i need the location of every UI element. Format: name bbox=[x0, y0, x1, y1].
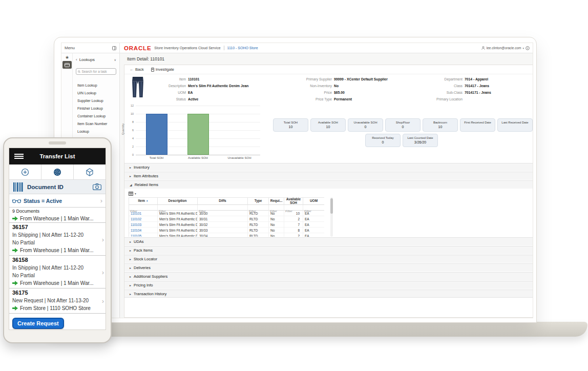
chevron-right-icon: ▸ bbox=[130, 175, 131, 178]
sidebar-item-uin-lookup[interactable]: UIN Lookup bbox=[73, 89, 119, 97]
oracle-logo: ORACLE bbox=[124, 45, 151, 51]
item-link[interactable]: 110101 bbox=[129, 211, 158, 216]
filter-cell-item[interactable] bbox=[129, 205, 158, 211]
col-header-type[interactable]: Type bbox=[248, 198, 269, 205]
add-document-button[interactable] bbox=[9, 164, 41, 179]
accordion-stock-locator[interactable]: ▸Stock Locator bbox=[124, 255, 533, 263]
item-link[interactable]: 110104 bbox=[129, 228, 158, 233]
description-value: Men's Slim Fit Authentic Denim Jean bbox=[188, 84, 248, 88]
table-grid-icon[interactable] bbox=[129, 192, 133, 196]
tasks-tile-icon[interactable] bbox=[62, 61, 72, 69]
item-link[interactable]: 110103 bbox=[129, 222, 158, 228]
status-value: Active bbox=[188, 97, 198, 101]
pin-panel-icon[interactable] bbox=[112, 46, 116, 50]
stat-first-received-date: First Received Date bbox=[460, 118, 495, 132]
table-toolbar: ▾ bbox=[129, 190, 136, 197]
back-button[interactable]: ← Back bbox=[130, 67, 144, 72]
accordion-pricing-info[interactable]: ▸Pricing Info bbox=[124, 281, 533, 289]
filter-cell-required[interactable] bbox=[269, 205, 284, 211]
filter-cell-type[interactable] bbox=[248, 205, 269, 211]
status-filter-row[interactable]: Status = Active › bbox=[9, 194, 106, 208]
col-header-uom[interactable]: UOM bbox=[303, 198, 324, 205]
list-item-partial-from[interactable]: From Warehouse | 1 Main War... bbox=[9, 215, 106, 223]
col-header-item[interactable]: Item▲ bbox=[129, 198, 158, 205]
filter-cell-description[interactable] bbox=[158, 205, 198, 211]
col-header-available-soh[interactable]: Available SOH bbox=[284, 198, 303, 205]
sub-class-value: 7014171 - Jeans bbox=[465, 91, 491, 94]
sidebar-item-item-lookup[interactable]: Item Lookup bbox=[73, 81, 119, 89]
store-link[interactable]: 1110 - SOHO Store bbox=[227, 46, 258, 50]
accordion-udas[interactable]: ▸UDAs bbox=[124, 237, 533, 245]
chevron-down-icon[interactable]: ▾ bbox=[135, 192, 136, 195]
package-button[interactable] bbox=[74, 164, 106, 179]
accordion-deliveries[interactable]: ▸Deliveries bbox=[124, 263, 533, 272]
back-arrow-icon: ← bbox=[130, 67, 134, 72]
document-row-36157[interactable]: 36157 In Shipping | Not After 11-12-20 N… bbox=[9, 223, 106, 256]
user-email[interactable]: lee.clinton@oracle.com bbox=[487, 46, 521, 50]
class-value: 701417 - Jeans bbox=[465, 84, 489, 88]
barcode-icon bbox=[13, 182, 25, 192]
info-icon[interactable] bbox=[526, 46, 530, 50]
sidebar-item-container-lookup[interactable]: Container Lookup bbox=[73, 112, 119, 120]
col-header-required[interactable]: Requi... bbox=[269, 198, 284, 205]
desktop-screen: Menu ORACLE Store Inventory Operations C… bbox=[61, 43, 533, 318]
lookups-panel-title: Lookups bbox=[79, 57, 114, 62]
chevron-right-icon: › bbox=[102, 235, 104, 243]
bar-available-soh bbox=[187, 114, 209, 155]
menu-label: Menu bbox=[65, 46, 75, 50]
chevron-down-icon[interactable]: ▾ bbox=[522, 47, 524, 50]
chevron-right-icon: ▸ bbox=[130, 293, 131, 296]
document-row-36158[interactable]: 36158 In Shipping | Not After 11-12-20 N… bbox=[9, 256, 106, 288]
col-header-description[interactable]: Description bbox=[158, 198, 198, 205]
hamburger-menu-icon[interactable] bbox=[14, 153, 24, 160]
price-type-value: Permanent bbox=[334, 97, 352, 101]
scrollbar-thumb[interactable] bbox=[330, 198, 333, 214]
stat-total-soh: Total SOH10 bbox=[273, 118, 308, 132]
sidebar-item-supplier-lookup[interactable]: Supplier Lookup bbox=[73, 97, 119, 105]
filter-cell-diffs[interactable] bbox=[198, 205, 248, 211]
table-scrollbar[interactable] bbox=[330, 197, 333, 237]
lookups-panel-header[interactable]: ‹ Lookups ∨ bbox=[73, 54, 119, 65]
search-input[interactable] bbox=[81, 70, 114, 73]
chevron-right-icon: ▸ bbox=[130, 258, 131, 261]
plus-circle-icon bbox=[21, 168, 29, 176]
task-search-box[interactable] bbox=[76, 68, 116, 75]
document-id: 36158 bbox=[12, 256, 98, 264]
sidebar-item-item-scan-number-lookup[interactable]: Item Scan Number Lookup bbox=[73, 120, 119, 128]
favorites-star-icon[interactable]: ★ bbox=[61, 55, 73, 60]
chevron-left-icon[interactable]: ‹ bbox=[76, 57, 77, 62]
investigate-button[interactable]: Investigate bbox=[151, 67, 174, 72]
filter-cell-available-soh[interactable] bbox=[284, 205, 303, 211]
lookups-panel: ‹ Lookups ∨ Item Lookup UIN Lookup Suppl… bbox=[73, 53, 119, 128]
chart-x-labels: Total SOH Available SOH Unavailable SOH bbox=[136, 156, 260, 159]
phone-speaker bbox=[49, 141, 66, 145]
document-row-36175[interactable]: 36175 New Request | Not After 11-13-20 F… bbox=[9, 288, 106, 314]
document-status: New Request | Not After 11-13-20 bbox=[12, 297, 98, 304]
document-from: From Warehouse | 1 Main War... bbox=[20, 279, 94, 287]
stat-cards-row-2: Received Today0 Last Counted Date3/26/20 bbox=[365, 134, 438, 147]
camera-icon[interactable] bbox=[93, 183, 101, 190]
table-scroll-area: Item▲ Description Diffs Type Requi... Av… bbox=[129, 197, 324, 237]
create-request-button[interactable]: Create Request bbox=[12, 318, 64, 329]
accordion-item-attributes[interactable]: ▸Item Attributes bbox=[124, 172, 533, 180]
accordion-additional-suppliers[interactable]: ▸Additional Suppliers bbox=[124, 272, 533, 280]
stat-last-received-date: Last Received Date bbox=[497, 118, 533, 132]
accordion-related-items[interactable]: ◢Related Items bbox=[124, 180, 533, 189]
sidebar-item-finisher-lookup[interactable]: Finisher Lookup bbox=[73, 105, 119, 112]
accordion-pack-items[interactable]: ▸Pack Items bbox=[124, 246, 533, 254]
divider bbox=[224, 46, 224, 50]
accordion-inventory[interactable]: ▸Inventory bbox=[124, 163, 533, 171]
accordion-transaction-history[interactable]: ▸Transaction History bbox=[124, 290, 533, 298]
filter-cell-uom[interactable] bbox=[303, 205, 324, 211]
item-link[interactable]: 110105 bbox=[129, 233, 158, 237]
chevron-down-icon[interactable]: ∨ bbox=[114, 58, 116, 61]
rfid-scan-button[interactable] bbox=[41, 164, 74, 179]
item-link[interactable]: 110102 bbox=[129, 216, 158, 222]
document-id-scan-row[interactable]: Document ID bbox=[9, 180, 106, 194]
document-from: From Warehouse | 1 Main War... bbox=[20, 246, 94, 254]
document-status: In Shipping | Not After 11-12-20 bbox=[12, 264, 98, 272]
document-partial: No Partial bbox=[12, 239, 98, 246]
stat-available-soh: Available SOH10 bbox=[310, 118, 346, 132]
col-header-diffs[interactable]: Diffs bbox=[198, 198, 248, 205]
top-bar: Menu ORACLE Store Inventory Operations C… bbox=[61, 43, 533, 53]
